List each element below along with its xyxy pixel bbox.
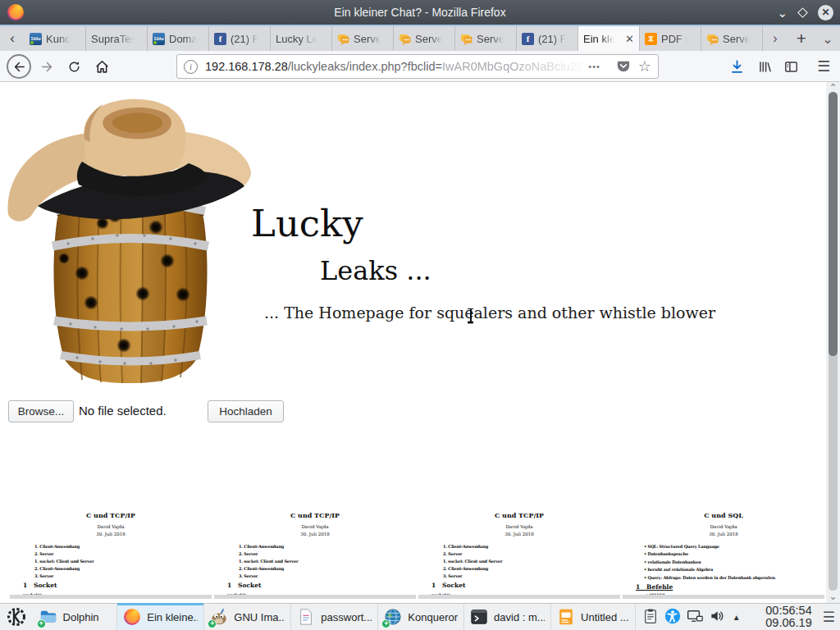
tab-ein-kleiner-chat-active[interactable]: Ein kle ✕ bbox=[578, 26, 640, 51]
tab-luckyleaks[interactable]: Lucky Le bbox=[271, 26, 332, 51]
facebook-favicon: f bbox=[214, 33, 226, 45]
scroll-tabs-left-button[interactable]: ‹ bbox=[0, 26, 25, 51]
url-bar[interactable]: i 192.168.178.28/luckyleaks/index.php?fb… bbox=[176, 54, 659, 79]
preview-hscrollbar[interactable] bbox=[418, 595, 620, 599]
task-konsole[interactable]: david : m... bbox=[464, 604, 551, 630]
pdf-title: C und TCP/IP bbox=[10, 502, 212, 519]
task-firefox-ein-kleiner-chat[interactable]: Ein kleine... bbox=[117, 604, 204, 630]
tab-server-2[interactable]: Serve bbox=[394, 26, 455, 51]
tab-supratest[interactable]: SupraTes bbox=[86, 26, 148, 51]
tab-server-1[interactable]: Serve bbox=[332, 26, 394, 51]
forward-button[interactable] bbox=[37, 57, 57, 76]
kde-taskbar: + Dolphin Ein kleine... + GNU Ima... pas… bbox=[0, 603, 840, 630]
clock-date: 09.06.19 bbox=[746, 617, 812, 629]
site-info-icon[interactable]: i bbox=[184, 60, 198, 74]
page-title: Lucky bbox=[251, 202, 363, 245]
1blu-favicon: 1blu bbox=[153, 33, 165, 45]
display-connect-tray-icon[interactable] bbox=[687, 608, 705, 626]
preview-hscrollbar[interactable] bbox=[623, 595, 824, 599]
file-upload-form: Browse... No file selected. Hochladen bbox=[8, 400, 336, 422]
digital-clock[interactable]: 00:56:54 09.06.19 bbox=[746, 605, 812, 629]
task-libreoffice-impress[interactable]: Untitled ... bbox=[551, 604, 636, 630]
downloads-button[interactable] bbox=[727, 57, 746, 76]
tray-expand-arrow[interactable]: ▲ bbox=[733, 613, 741, 622]
task-gimp[interactable]: + GNU Ima... bbox=[204, 604, 291, 630]
lucky-leaks-barrel-logo bbox=[7, 94, 253, 394]
page-scrollbar[interactable]: ⌃ ⌄ bbox=[826, 82, 840, 603]
pdf-preview-3[interactable]: C und TCP/IP David Vajda 30. Juli 2018 1… bbox=[418, 502, 620, 599]
1blu-favicon: 1blu bbox=[30, 33, 42, 45]
preview-hscrollbar[interactable] bbox=[214, 595, 416, 599]
url-token: IwAR0MbGqOzoNaBciu2lDYP bbox=[442, 60, 585, 73]
pocket-icon[interactable] bbox=[615, 58, 632, 75]
home-button[interactable] bbox=[92, 57, 112, 76]
chat-favicon bbox=[706, 33, 719, 45]
system-tray: ▲ 00:56:54 09.06.19 ☰ bbox=[636, 604, 840, 630]
accessibility-tray-icon[interactable] bbox=[664, 608, 682, 626]
pdf-title: C und SQL bbox=[623, 502, 824, 519]
panel-toolbox-icon[interactable]: ☰ bbox=[823, 609, 835, 626]
page-actions-icon[interactable]: ••• bbox=[588, 62, 600, 71]
pdf-date: 30. Juli 2018 bbox=[418, 529, 620, 536]
new-activity-badge: + bbox=[208, 619, 217, 628]
minimize-button[interactable]: ⌄ bbox=[777, 7, 788, 19]
new-tab-button[interactable]: + bbox=[788, 26, 815, 51]
tab-kunde[interactable]: 1blu Kund bbox=[25, 26, 86, 51]
konqueror-globe-icon: + bbox=[384, 608, 402, 626]
tab-server-4[interactable]: Serve bbox=[701, 26, 763, 51]
tab-pdf[interactable]: ⧖ PDF i bbox=[640, 26, 701, 51]
firefox-icon bbox=[7, 3, 25, 21]
pdf-author: David Vajda bbox=[214, 519, 416, 529]
clipboard-tray-icon[interactable] bbox=[642, 608, 660, 626]
pdf-date: 30. Juli 2018 bbox=[214, 529, 416, 536]
sidebar-button[interactable] bbox=[781, 57, 801, 76]
file-status-text: No file selected. bbox=[79, 404, 167, 418]
volume-tray-icon[interactable] bbox=[709, 608, 727, 626]
library-button[interactable] bbox=[755, 57, 774, 76]
reload-button[interactable] bbox=[64, 57, 84, 76]
tab-facebook-1[interactable]: f (21) F bbox=[209, 26, 271, 51]
facebook-favicon: f bbox=[522, 33, 534, 45]
pdf-date: 30. Juli 2018 bbox=[10, 529, 212, 536]
url-path: /luckyleaks/index.php?fbclid= bbox=[288, 60, 442, 73]
pdf-date: 30. Juli 2018 bbox=[623, 529, 824, 536]
url-text[interactable]: 192.168.178.28/luckyleaks/index.php?fbcl… bbox=[205, 60, 585, 73]
clock-time: 00:56:54 bbox=[746, 605, 812, 617]
chat-favicon bbox=[337, 33, 349, 45]
konsole-terminal-icon bbox=[470, 608, 488, 626]
firefox-icon bbox=[123, 608, 141, 626]
pdf-preview-1[interactable]: C und TCP/IP David Vajda 30. Juli 2018 1… bbox=[10, 502, 212, 599]
bookmark-star-icon[interactable]: ☆ bbox=[638, 59, 651, 74]
all-tabs-dropdown-button[interactable]: ⌄ bbox=[815, 26, 840, 51]
pdf-title: C und TCP/IP bbox=[214, 502, 416, 519]
page-tagline: ... The Homepage for squealers and other… bbox=[264, 304, 715, 322]
task-passwort-document[interactable]: passwort... bbox=[291, 604, 378, 630]
pdf-preview-4[interactable]: C und SQL David Vajda 30. Juli 2018 • SQ… bbox=[623, 502, 824, 599]
tab-close-icon[interactable]: ✕ bbox=[625, 33, 634, 45]
upload-submit-button[interactable]: Hochladen bbox=[208, 400, 284, 422]
task-dolphin[interactable]: + Dolphin bbox=[34, 604, 118, 630]
close-button[interactable]: ✕ bbox=[818, 5, 833, 21]
task-konqueror[interactable]: + Konqueror bbox=[378, 604, 464, 630]
window-titlebar[interactable]: Ein kleiner Chat? - Mozilla Firefox ⌄ ✕ bbox=[0, 0, 840, 25]
tab-domain[interactable]: 1blu Doma bbox=[148, 26, 209, 51]
back-button[interactable] bbox=[7, 54, 31, 79]
chat-favicon bbox=[399, 33, 411, 45]
pdf-preview-2[interactable]: C und TCP/IP David Vajda 30. Juli 2018 1… bbox=[214, 502, 416, 599]
chat-favicon bbox=[460, 33, 472, 45]
url-host: 192.168.178.28 bbox=[205, 60, 288, 73]
tab-facebook-2[interactable]: f (21) F bbox=[517, 26, 578, 51]
scrollbar-down-arrow[interactable]: ⌄ bbox=[826, 591, 840, 602]
tab-server-3[interactable]: Serve bbox=[455, 26, 517, 51]
scrollbar-thumb[interactable] bbox=[829, 92, 838, 356]
scroll-tabs-right-button[interactable]: › bbox=[763, 26, 788, 51]
menu-button[interactable]: ☰ bbox=[814, 57, 833, 76]
maximize-button[interactable] bbox=[797, 7, 808, 18]
preview-hscrollbar[interactable] bbox=[10, 595, 212, 599]
pdf-author: David Vajda bbox=[623, 519, 824, 529]
application-launcher-button[interactable] bbox=[0, 604, 34, 630]
impress-icon bbox=[557, 608, 575, 626]
window-title: Ein kleiner Chat? - Mozilla Firefox bbox=[0, 6, 840, 19]
dolphin-icon: + bbox=[39, 608, 57, 626]
browse-button[interactable]: Browse... bbox=[8, 400, 74, 422]
